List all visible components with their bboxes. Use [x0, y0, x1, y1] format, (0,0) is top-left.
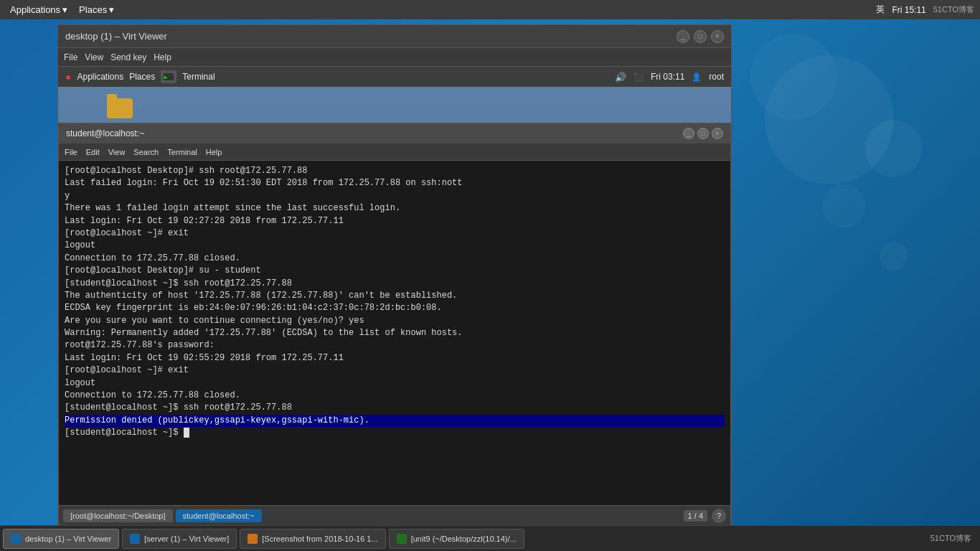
virt-viewer-window: desktop (1) – Virt Viewer _ □ × File Vie… — [57, 24, 732, 527]
windows-taskbar: desktop (1) – Virt Viewer [server (1) – … — [0, 525, 980, 551]
virt-titlebar: desktop (1) – Virt Viewer _ □ × — [58, 25, 731, 48]
terminal-line-6: [root@localhost ~]# exit — [65, 227, 725, 240]
terminal-line-13: Are you sure you want to continue connec… — [65, 315, 725, 327]
terminal-line-highlighted: Permission denied (publickey,gssapi-keye… — [65, 415, 725, 427]
system-topbar-right: 英 Fri 15:11 51CTO博客 — [876, 4, 974, 16]
terminal-line-8: Connection to 172.25.77.88 closed. — [65, 253, 725, 265]
vm-applications-menu[interactable]: Applications — [77, 72, 123, 82]
vm-panel-left: ● Applications Places ▶ Terminal — [65, 70, 215, 83]
applications-arrow: ▾ — [62, 4, 67, 15]
virt-menu-file[interactable]: File — [64, 52, 77, 62]
terminal-line-4: There was 1 failed login attempt since t… — [65, 202, 725, 215]
terminal-line-15: root@172.25.77.88's password: — [65, 339, 725, 352]
terminal-titlebar: student@localhost:~ _ □ × — [59, 123, 730, 143]
terminal-line-1: [root@localhost Desktop]# ssh root@172.2… — [65, 165, 725, 177]
maximize-button[interactable]: □ — [694, 30, 707, 43]
terminal-window-title: student@localhost:~ — [66, 128, 144, 138]
terminal-line-9: [root@localhost Desktop]# su - student — [65, 265, 725, 277]
brand-label: 51CTO博客 — [933, 4, 974, 15]
taskbar-item-desktop[interactable]: desktop (1) – Virt Viewer — [3, 529, 119, 549]
vm-terminal-label: Terminal — [182, 72, 215, 82]
deco-circle-5 — [880, 242, 908, 270]
terminal-cursor — [184, 428, 189, 438]
vm-places-menu[interactable]: Places — [129, 72, 155, 82]
applications-menu[interactable]: Applications ▾ — [6, 4, 72, 15]
terminal-line-2: Last failed login: Fri Oct 19 02:51:30 E… — [65, 177, 725, 189]
fedora-logo: ● — [65, 71, 71, 83]
places-arrow: ▾ — [109, 4, 114, 15]
help-circle-icon[interactable]: ? — [712, 509, 726, 523]
terminal-window: student@localhost:~ _ □ × File Edit View… — [58, 123, 731, 526]
deco-circle-4 — [822, 184, 865, 227]
lang-indicator[interactable]: 英 — [876, 4, 885, 16]
taskbar-icon-server — [130, 534, 140, 544]
terminal-line-5: Last login: Fri Oct 19 02:27:28 2018 fro… — [65, 215, 725, 227]
virt-menu-view[interactable]: View — [85, 52, 103, 62]
taskbar-icon-unit9 — [397, 534, 407, 544]
term-maximize-btn[interactable]: □ — [697, 128, 709, 139]
terminal-controls: _ □ × — [683, 128, 723, 139]
close-button[interactable]: × — [711, 30, 724, 43]
taskbar-item-server[interactable]: [server (1) – Virt Viewer] — [122, 529, 237, 549]
terminal-line-18: logout — [65, 377, 725, 390]
term-menu-file[interactable]: File — [65, 148, 77, 156]
vm-terminal-icon: ▶ — [161, 70, 176, 83]
terminal-taskbar: [root@localhost:~/Desktop] student@local… — [59, 505, 730, 525]
vm-time: Fri 03:11 — [651, 72, 684, 82]
terminal-line-7: logout — [65, 240, 725, 252]
volume-icon: 🔊 — [615, 72, 626, 83]
term-menu-terminal[interactable]: Terminal — [167, 148, 197, 156]
system-topbar-left: Applications ▾ Places ▾ — [6, 4, 118, 15]
taskbar-icon-screenshot — [248, 534, 258, 544]
taskbar-right: 1 / 4 ? — [684, 509, 726, 523]
folder-shape — [107, 98, 133, 118]
terminal-line-17: [root@localhost ~]# exit — [65, 364, 725, 377]
user-icon: 👤 — [692, 72, 702, 82]
vm-user: root — [709, 72, 724, 82]
vm-content: ● Applications Places ▶ Terminal — [58, 67, 731, 526]
terminal-line-11: The authenticity of host '172.25.77.88 (… — [65, 290, 725, 302]
system-time: Fri 15:11 — [892, 5, 925, 15]
terminal-body: [root@localhost Desktop]# ssh root@172.2… — [59, 161, 730, 505]
vm-desktop: student@localhost:~ _ □ × File Edit View… — [58, 87, 731, 526]
term-close-btn[interactable]: × — [712, 128, 723, 139]
virt-window-title: desktop (1) – Virt Viewer — [65, 31, 167, 42]
term-menu-view[interactable]: View — [108, 148, 126, 156]
virt-menubar: File View Send key Help — [58, 48, 731, 67]
screen-icon: ⬛ — [633, 72, 644, 82]
terminal-menubar: File Edit View Search Terminal Help — [59, 143, 730, 161]
terminal-line-14: Warning: Permanently added '172.25.77.88… — [65, 327, 725, 339]
taskbar-item-unit9[interactable]: [unit9 (~/Desktop/zzl(10.14)/... — [389, 529, 524, 549]
minimize-button[interactable]: _ — [677, 30, 689, 43]
terminal-icon-svg: ▶ — [164, 73, 174, 80]
virt-window-controls: _ □ × — [677, 30, 724, 43]
taskbar-tab-root[interactable]: [root@localhost:~/Desktop] — [63, 509, 173, 522]
terminal-line-12: ECDSA key fingerprint is eb:24:0e:07:96:… — [65, 302, 725, 314]
system-topbar: Applications ▾ Places ▾ 英 Fri 15:11 51CT… — [0, 0, 980, 19]
terminal-line-16: Last login: Fri Oct 19 02:55:29 2018 fro… — [65, 352, 725, 364]
term-menu-help[interactable]: Help — [206, 148, 222, 156]
vm-panel-right: 🔊 ⬛ Fri 03:11 👤 root — [615, 72, 724, 83]
places-menu[interactable]: Places ▾ — [75, 4, 118, 15]
page-info: 1 / 4 — [684, 510, 707, 522]
taskbar-brand: 51CTO博客 — [930, 533, 977, 544]
taskbar-item-screenshot[interactable]: [Screenshot from 2018-10-16 1... — [240, 529, 385, 549]
deco-circle-3 — [865, 120, 923, 177]
taskbar-tab-student[interactable]: student@localhost:~ — [176, 509, 262, 522]
vm-top-panel: ● Applications Places ▶ Terminal — [58, 67, 731, 87]
virt-menu-help[interactable]: Help — [154, 52, 171, 62]
virt-menu-sendkey[interactable]: Send key — [110, 52, 146, 62]
term-minimize-btn[interactable]: _ — [683, 128, 694, 139]
term-menu-edit[interactable]: Edit — [86, 148, 100, 156]
deco-circle-2 — [750, 34, 837, 120]
terminal-line-10: [student@localhost ~]$ ssh root@172.25.7… — [65, 278, 725, 290]
taskbar-tabs: [root@localhost:~/Desktop] student@local… — [63, 509, 262, 522]
terminal-line-19: Connection to 172.25.77.88 closed. — [65, 390, 725, 402]
taskbar-icon-desktop — [11, 534, 21, 544]
terminal-line-3: y — [65, 190, 725, 202]
terminal-line-20: [student@localhost ~]$ ssh root@172.25.7… — [65, 402, 725, 414]
desktop-folder-icon[interactable] — [107, 98, 133, 118]
term-menu-search[interactable]: Search — [133, 148, 159, 156]
terminal-prompt-line: [student@localhost ~]$ — [65, 427, 725, 439]
